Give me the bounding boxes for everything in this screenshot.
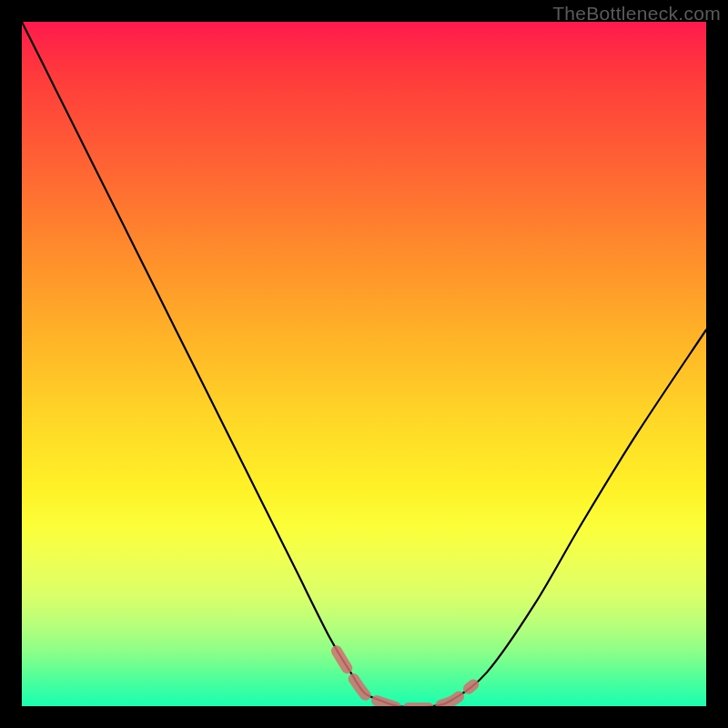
bottleneck-curve: [22, 22, 706, 706]
chart-area: [22, 22, 706, 706]
optimal-zone-marker: [337, 651, 473, 706]
bottleneck-chart: [22, 22, 706, 706]
watermark-text: TheBottleneck.com: [552, 3, 721, 25]
